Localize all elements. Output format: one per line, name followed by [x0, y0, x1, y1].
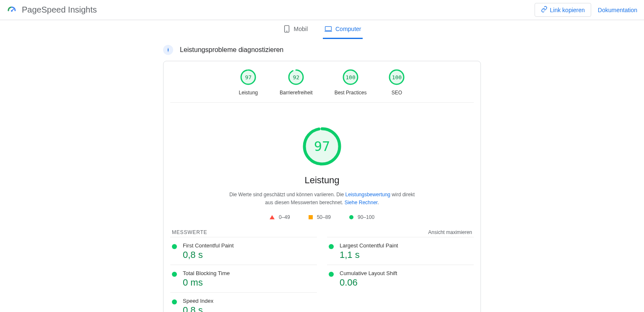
- desktop-icon: [325, 25, 332, 33]
- device-tabs: Mobil Computer: [0, 20, 644, 39]
- main-gauge-desc: Die Werte sind geschätzt und können vari…: [226, 191, 418, 207]
- metric-cls[interactable]: Cumulative Layout Shift 0.06: [327, 265, 474, 292]
- desc-text-1: Die Werte sind geschätzt und können vari…: [229, 192, 345, 198]
- copy-link-label: Link kopieren: [550, 7, 585, 13]
- scoring-link[interactable]: Leistungsbewertung: [345, 192, 390, 198]
- tab-desktop[interactable]: Computer: [323, 20, 363, 39]
- app-title: PageSpeed Insights: [22, 5, 97, 15]
- tab-mobile-label: Mobil: [294, 26, 308, 32]
- legend-pass-range: 90–100: [358, 214, 374, 220]
- metric-tbt[interactable]: Total Blocking Time 0 ms: [170, 265, 317, 292]
- gauge-seo[interactable]: 100 SEO: [388, 69, 405, 96]
- gauge-accessibility[interactable]: 92 Barrierefreiheit: [280, 69, 313, 96]
- gauge-seo-score: 100: [388, 69, 405, 86]
- desc-period: .: [377, 200, 379, 205]
- triangle-red-icon: [270, 215, 275, 219]
- status-dot-icon: [329, 272, 334, 277]
- gauge-accessibility-score: 92: [288, 69, 304, 86]
- calculator-link[interactable]: Siehe Rechner: [345, 200, 378, 205]
- metric-name: First Contentful Paint: [183, 242, 234, 249]
- gauge-performance[interactable]: 97 Leistung: [239, 69, 258, 96]
- metrics-grid: First Contentful Paint 0,8 s Largest Con…: [170, 237, 474, 312]
- main-content: Leistungsprobleme diagnostizieren 97 Lei…: [160, 39, 484, 312]
- metric-value: 0,8 s: [183, 305, 213, 312]
- link-icon: [541, 6, 548, 14]
- gauge-accessibility-label: Barrierefreiheit: [280, 90, 313, 96]
- category-gauges: 97 Leistung 92 Barrierefreiheit 100 Best…: [170, 61, 474, 103]
- gauge-best-practices-score: 100: [342, 69, 359, 86]
- metric-value: 1,1 s: [340, 250, 398, 260]
- gauge-performance-score: 97: [240, 69, 257, 86]
- main-gauge-score: 97: [302, 126, 342, 166]
- metric-value: 0,8 s: [183, 250, 234, 260]
- metric-si[interactable]: Speed Index 0,8 s: [170, 292, 317, 312]
- gauge-performance-label: Leistung: [239, 90, 258, 96]
- square-orange-icon: [309, 215, 313, 219]
- main-gauge: 97: [302, 126, 342, 166]
- main-gauge-title: Leistung: [170, 175, 474, 186]
- header-left: PageSpeed Insights: [7, 5, 97, 15]
- metrics-heading: MESSWERTE: [172, 229, 207, 235]
- compass-icon: [163, 45, 173, 55]
- legend-fail-range: 0–49: [279, 214, 290, 220]
- section-title: Leistungsprobleme diagnostizieren: [180, 46, 283, 54]
- gauge-best-practices-ring: 100: [342, 69, 359, 86]
- legend-fail: 0–49: [270, 214, 290, 220]
- expand-view-button[interactable]: Ansicht maximieren: [428, 229, 472, 235]
- metric-fcp[interactable]: First Contentful Paint 0,8 s: [170, 237, 317, 265]
- metric-name: Total Blocking Time: [183, 270, 230, 276]
- gauge-best-practices-label: Best Practices: [335, 90, 367, 96]
- circle-green-icon: [349, 215, 353, 219]
- mobile-icon: [283, 25, 291, 33]
- tab-mobile[interactable]: Mobil: [281, 20, 309, 39]
- legend-average: 50–89: [309, 214, 331, 220]
- metric-value: 0 ms: [183, 277, 230, 288]
- app-header: PageSpeed Insights Link kopieren Dokumen…: [0, 0, 644, 20]
- header-right: Link kopieren Dokumentation: [535, 3, 637, 17]
- metrics-header: MESSWERTE Ansicht maximieren: [170, 229, 474, 235]
- psi-logo-icon: [7, 5, 17, 15]
- svg-rect-4: [325, 26, 332, 31]
- metric-name: Speed Index: [183, 298, 213, 304]
- report-card: 97 Leistung 92 Barrierefreiheit 100 Best…: [163, 61, 481, 312]
- metric-name: Largest Contentful Paint: [340, 242, 398, 249]
- gauge-best-practices[interactable]: 100 Best Practices: [335, 69, 367, 96]
- copy-link-button[interactable]: Link kopieren: [535, 3, 591, 17]
- metric-name: Cumulative Layout Shift: [340, 270, 397, 276]
- tab-desktop-label: Computer: [335, 26, 361, 32]
- gauge-accessibility-ring: 92: [288, 69, 304, 86]
- legend-avg-range: 50–89: [317, 214, 331, 220]
- status-dot-icon: [172, 244, 177, 249]
- status-dot-icon: [329, 244, 334, 249]
- performance-detail: 97 Leistung Die Werte sind geschätzt und…: [170, 103, 474, 220]
- svg-line-1: [12, 9, 13, 11]
- metric-lcp[interactable]: Largest Contentful Paint 1,1 s: [327, 237, 474, 265]
- gauge-seo-label: SEO: [392, 90, 402, 96]
- metric-value: 0.06: [340, 277, 397, 288]
- section-header: Leistungsprobleme diagnostizieren: [163, 39, 481, 61]
- gauge-seo-ring: 100: [388, 69, 405, 86]
- legend-pass: 90–100: [349, 214, 374, 220]
- status-dot-icon: [172, 299, 177, 304]
- documentation-link[interactable]: Dokumentation: [598, 7, 637, 13]
- gauge-performance-ring: 97: [240, 69, 257, 86]
- status-dot-icon: [172, 272, 177, 277]
- score-legend: 0–49 50–89 90–100: [170, 214, 474, 220]
